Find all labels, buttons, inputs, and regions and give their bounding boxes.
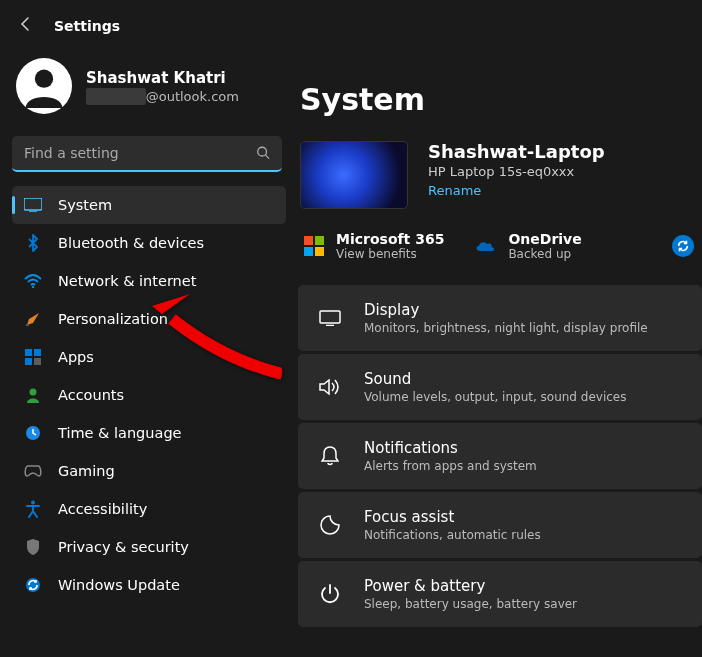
nav-label: Accessibility — [58, 501, 147, 517]
nav-item-accessibility[interactable]: Accessibility — [12, 490, 286, 528]
back-button[interactable] — [18, 16, 34, 36]
svg-rect-8 — [34, 349, 41, 356]
rename-link[interactable]: Rename — [428, 183, 605, 198]
onedrive-card[interactable]: OneDrive Backed up — [474, 231, 581, 261]
svg-point-11 — [30, 389, 37, 396]
nav-label: Time & language — [58, 425, 182, 441]
search-icon — [256, 145, 270, 164]
display-icon — [318, 310, 342, 326]
setting-focus[interactable]: Focus assistNotifications, automatic rul… — [298, 492, 702, 558]
nav-item-system[interactable]: System — [12, 186, 286, 224]
time-icon — [24, 424, 42, 442]
svg-rect-10 — [34, 358, 41, 365]
nav-label: Apps — [58, 349, 94, 365]
wallpaper-thumbnail — [300, 141, 408, 209]
power-icon — [318, 584, 342, 604]
window-title: Settings — [54, 18, 120, 34]
page-title: System — [298, 52, 702, 141]
svg-rect-15 — [320, 311, 340, 323]
device-name: Shashwat-Laptop — [428, 141, 605, 162]
apps-icon — [24, 348, 42, 366]
network-icon — [24, 272, 42, 290]
onedrive-icon — [474, 237, 496, 256]
nav-item-privacy[interactable]: Privacy & security — [12, 528, 286, 566]
nav-label: Gaming — [58, 463, 115, 479]
setting-sound[interactable]: SoundVolume levels, output, input, sound… — [298, 354, 702, 420]
svg-rect-6 — [26, 324, 29, 326]
svg-point-0 — [35, 70, 53, 88]
update-icon — [24, 576, 42, 594]
nav-label: Privacy & security — [58, 539, 189, 555]
nav-label: Network & internet — [58, 273, 196, 289]
personalization-icon — [24, 310, 42, 328]
search-input[interactable] — [12, 136, 282, 172]
nav-item-gaming[interactable]: Gaming — [12, 452, 286, 490]
svg-point-5 — [32, 286, 34, 288]
microsoft-365-card[interactable]: Microsoft 365 View benefits — [304, 231, 444, 261]
nav-label: Personalization — [58, 311, 168, 327]
accounts-icon — [24, 386, 42, 404]
svg-point-13 — [31, 501, 35, 505]
nav-label: Windows Update — [58, 577, 180, 593]
focus-icon — [318, 515, 342, 535]
svg-rect-9 — [25, 358, 32, 365]
privacy-icon — [24, 538, 42, 556]
accessibility-icon — [24, 500, 42, 518]
profile-name: Shashwat Khatri — [86, 69, 239, 87]
svg-rect-7 — [25, 349, 32, 356]
nav-label: Bluetooth & devices — [58, 235, 204, 251]
system-icon — [24, 196, 42, 214]
setting-notifications[interactable]: NotificationsAlerts from apps and system — [298, 423, 702, 489]
notifications-icon — [318, 446, 342, 466]
search-container — [12, 136, 282, 172]
nav-label: Accounts — [58, 387, 124, 403]
microsoft-365-icon — [304, 236, 324, 256]
device-card: Shashwat-Laptop HP Laptop 15s-eq0xxx Ren… — [298, 141, 702, 225]
sound-icon — [318, 378, 342, 396]
nav-item-accounts[interactable]: Accounts — [12, 376, 286, 414]
svg-line-2 — [266, 155, 270, 159]
nav-item-bluetooth[interactable]: Bluetooth & devices — [12, 224, 286, 262]
avatar — [16, 58, 72, 114]
profile-email: x@outlook.com — [86, 89, 239, 104]
device-model: HP Laptop 15s-eq0xxx — [428, 164, 605, 179]
setting-display[interactable]: DisplayMonitors, brightness, night light… — [298, 285, 702, 351]
nav-label: System — [58, 197, 112, 213]
svg-point-1 — [258, 147, 267, 156]
nav-item-apps[interactable]: Apps — [12, 338, 286, 376]
nav-item-update[interactable]: Windows Update — [12, 566, 286, 604]
nav-item-network[interactable]: Network & internet — [12, 262, 286, 300]
gaming-icon — [24, 462, 42, 480]
account-profile[interactable]: Shashwat Khatri x@outlook.com — [12, 52, 286, 136]
sync-icon[interactable] — [672, 235, 694, 257]
bluetooth-icon — [24, 234, 42, 252]
svg-rect-3 — [24, 198, 42, 210]
setting-power[interactable]: Power & batterySleep, battery usage, bat… — [298, 561, 702, 627]
nav-item-time[interactable]: Time & language — [12, 414, 286, 452]
nav-item-personalization[interactable]: Personalization — [12, 300, 286, 338]
